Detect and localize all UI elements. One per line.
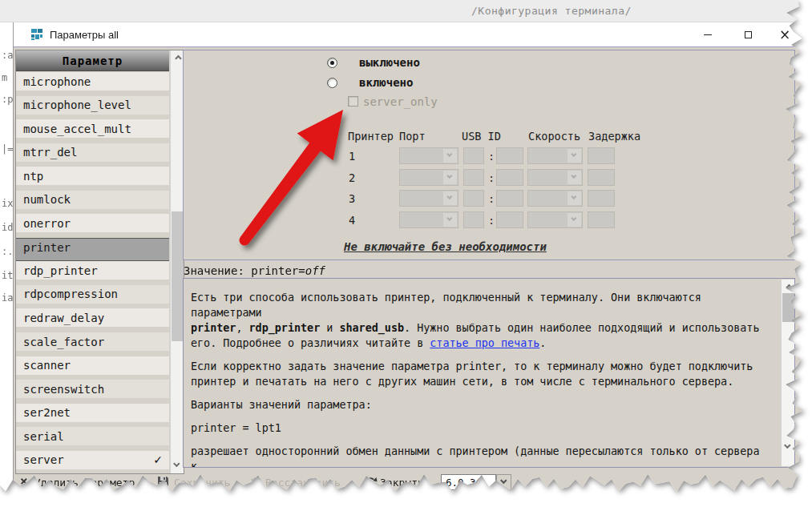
close-dialog-button[interactable]: Закрыть xyxy=(380,477,424,489)
usb-product-field[interactable] xyxy=(496,190,523,207)
dropdown-button[interactable] xyxy=(443,149,457,163)
delay-field[interactable] xyxy=(588,190,615,207)
list-item-server[interactable]: server✓ xyxy=(16,451,169,473)
printer-settings-panel: выключено включено server_only Принтер П… xyxy=(183,50,795,260)
usb-vendor-field[interactable] xyxy=(463,211,484,228)
list-item-rdpcompression[interactable]: rdpcompression xyxy=(16,285,169,309)
background-window-title: /Конфигурация терминала/ xyxy=(471,5,632,17)
chevron-down-icon xyxy=(571,173,576,179)
port-select[interactable] xyxy=(399,211,459,228)
list-item-scale_factor[interactable]: scale_factor xyxy=(16,332,169,356)
list-item-label: ser2net xyxy=(23,406,71,419)
list-item-label: rdpcompression xyxy=(23,288,118,300)
scroll-down-button[interactable] xyxy=(782,441,794,453)
dropdown-button[interactable] xyxy=(568,191,581,205)
parameters-window: Параметры all × Параметр microphonemicro… xyxy=(14,22,806,507)
list-scrollbar[interactable] xyxy=(170,50,184,473)
scroll-up-button[interactable] xyxy=(782,281,794,294)
bottom-toolbar: × Удалить параметр Сохранить Восстановит… xyxy=(14,474,806,506)
list-item-scanner[interactable]: scanner xyxy=(16,356,169,380)
port-select[interactable] xyxy=(399,147,459,164)
description-scrollbar-thumb[interactable] xyxy=(782,293,794,322)
usb-product-field[interactable] xyxy=(496,211,523,228)
list-item-microphone[interactable]: microphone xyxy=(16,72,169,96)
dropdown-button[interactable] xyxy=(568,171,581,184)
description-paragraph: Если корректно задать значение параметра… xyxy=(191,359,770,389)
radio-on[interactable] xyxy=(327,78,337,88)
list-item-label: printer xyxy=(23,241,71,254)
list-item-label: scale_factor xyxy=(23,336,104,348)
list-item-label: screenswitch xyxy=(23,383,104,396)
delay-field[interactable] xyxy=(588,169,615,186)
usb-vendor-field[interactable] xyxy=(463,147,484,164)
list-item-microphone_level[interactable]: microphone_level xyxy=(16,96,169,120)
close-button[interactable]: × xyxy=(769,22,801,46)
list-item-onerror[interactable]: onerror xyxy=(16,214,169,238)
version-combobox[interactable]: 6.0.36 xyxy=(441,474,511,490)
list-item-screenswitch[interactable]: screenswitch xyxy=(16,380,169,404)
version-dropdown-button[interactable] xyxy=(496,474,511,490)
usb-product-field[interactable] xyxy=(496,169,523,186)
article-link[interactable]: статье про печать xyxy=(430,337,539,349)
usb-product-field[interactable] xyxy=(496,147,523,164)
printer-number: 3 xyxy=(349,192,355,205)
list-item-ntp[interactable]: ntp xyxy=(16,167,169,191)
delay-field[interactable] xyxy=(588,211,615,228)
printer-number: 1 xyxy=(349,150,355,163)
list-item-mouse_accel_mult[interactable]: mouse_accel_mult xyxy=(16,119,169,143)
window-titlebar[interactable]: Параметры all × xyxy=(14,22,806,47)
list-item-rdp_printer[interactable]: rdp_printer xyxy=(16,261,169,285)
usb-vendor-field[interactable] xyxy=(463,190,484,207)
speed-select[interactable] xyxy=(527,147,583,164)
list-item-serial[interactable]: serial xyxy=(16,427,169,451)
dropdown-button[interactable] xyxy=(443,171,457,184)
server-only-label: server_only xyxy=(363,95,438,108)
dropdown-button[interactable] xyxy=(568,149,581,163)
warning-link[interactable]: Не включайте без необходимости xyxy=(344,240,547,253)
list-item-label: rdp_printer xyxy=(23,264,98,277)
chevron-down-icon xyxy=(571,215,576,221)
chevron-down-icon xyxy=(446,194,452,199)
radio-off[interactable] xyxy=(327,58,337,68)
description-paragraph: Есть три способа использовать принтер, п… xyxy=(191,290,770,351)
scroll-up-button[interactable] xyxy=(171,52,184,65)
speed-select[interactable] xyxy=(527,211,583,228)
close-action-icon xyxy=(366,476,378,489)
minimize-button[interactable] xyxy=(692,22,724,46)
dropdown-button[interactable] xyxy=(443,213,457,227)
dropdown-button[interactable] xyxy=(443,191,457,205)
delay-field[interactable] xyxy=(588,147,615,164)
port-select[interactable] xyxy=(399,169,459,186)
maximize-button[interactable] xyxy=(732,22,764,46)
list-item-mtrr_del[interactable]: mtrr_del xyxy=(16,143,169,167)
minimize-icon xyxy=(704,34,712,35)
list-item-label: serial xyxy=(23,430,64,443)
parameter-column-header[interactable]: Параметр xyxy=(16,50,169,71)
speed-select[interactable] xyxy=(527,169,583,186)
delete-parameter-button[interactable]: Удалить параметр xyxy=(34,477,135,489)
printer-row-2: 2: xyxy=(184,169,794,186)
window-title: Параметры all xyxy=(50,29,119,41)
printer-row-3: 3: xyxy=(184,190,794,207)
scroll-down-button[interactable] xyxy=(171,459,184,472)
version-value[interactable]: 6.0.36 xyxy=(441,474,496,490)
save-button[interactable]: Сохранить xyxy=(174,477,230,489)
speed-select[interactable] xyxy=(527,190,583,207)
list-scrollbar-thumb[interactable] xyxy=(172,211,184,341)
value-line: Значение: printer=off xyxy=(184,264,325,277)
port-select[interactable] xyxy=(399,190,459,207)
chevron-down-icon xyxy=(446,173,452,179)
dropdown-button[interactable] xyxy=(568,213,581,227)
server-only-checkbox[interactable] xyxy=(348,96,358,107)
list-item-printer[interactable]: printer xyxy=(16,238,169,262)
background-text-fragment: it xyxy=(2,270,14,281)
parameter-list: microphonemicrophone_levelmouse_accel_mu… xyxy=(16,72,169,473)
description-scrollbar[interactable] xyxy=(781,280,794,466)
description-segment: printer xyxy=(191,322,236,334)
description-segment: , xyxy=(236,322,248,334)
usb-vendor-field[interactable] xyxy=(463,169,484,186)
list-item-redraw_delay[interactable]: redraw_delay xyxy=(16,308,169,332)
list-item-ser2net[interactable]: ser2net xyxy=(16,404,169,428)
restore-button[interactable]: Восстановить xyxy=(265,477,341,489)
list-item-numlock[interactable]: numlock xyxy=(16,191,169,215)
